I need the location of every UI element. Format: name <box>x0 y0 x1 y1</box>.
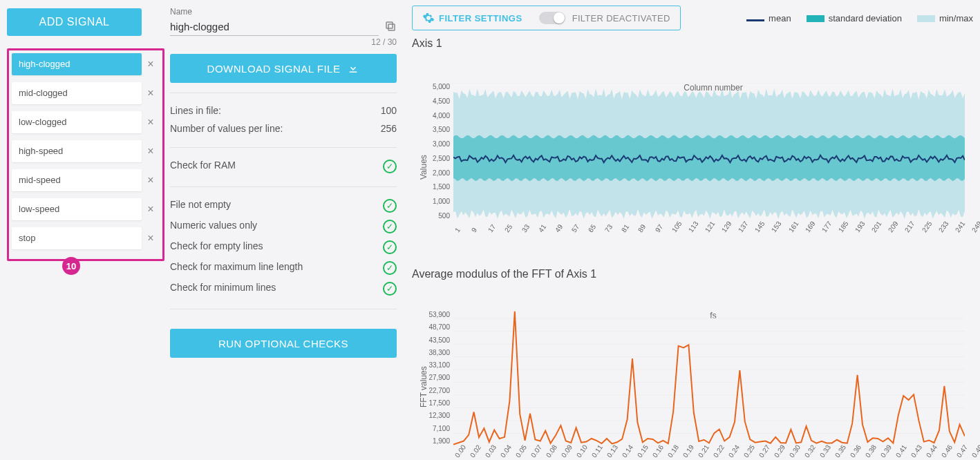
legend-minmax-label: min/max <box>939 13 973 23</box>
chart1-plot <box>453 83 965 221</box>
legend-std-label: standard deviation <box>829 13 902 23</box>
check-ok-icon: ✓ <box>383 261 397 275</box>
signal-remove-0[interactable]: × <box>142 58 160 70</box>
check-label-3: Check for maximum line length <box>170 261 303 275</box>
check-label-1: Numeric values only <box>170 220 257 233</box>
svg-rect-1 <box>386 22 393 28</box>
download-signal-button[interactable]: DOWNLOAD SIGNAL FILE <box>170 54 397 83</box>
values-per-line-label: Number of values per line: <box>170 123 283 134</box>
legend-mean-label: mean <box>769 13 791 23</box>
check-label-4: Check for minimum lines <box>170 282 276 296</box>
filter-settings-button[interactable]: FILTER SETTINGS <box>422 12 522 24</box>
signal-remove-2[interactable]: × <box>142 116 160 128</box>
check-ram-label: Check for RAM <box>170 160 236 173</box>
signal-remove-5[interactable]: × <box>142 203 160 215</box>
lines-in-file-value: 100 <box>381 105 397 116</box>
name-counter: 12 / 30 <box>170 37 397 47</box>
filter-settings-label: FILTER SETTINGS <box>439 13 522 23</box>
filter-box: FILTER SETTINGS FILTER DEACTIVATED <box>412 6 681 30</box>
legend-swatch-std <box>807 15 824 22</box>
signal-item-3[interactable]: high-speed <box>12 140 142 162</box>
add-signal-button[interactable]: ADD SIGNAL <box>7 8 142 36</box>
filter-toggle[interactable] <box>539 12 565 24</box>
check-ok-icon: ✓ <box>383 199 397 213</box>
legend-swatch-minmax <box>917 15 935 22</box>
download-label: DOWNLOAD SIGNAL FILE <box>207 63 341 75</box>
signal-list: high-clogged×mid-clogged×low-clogged×hig… <box>7 48 164 261</box>
check-label-2: Check for empty lines <box>170 240 263 254</box>
signal-remove-6[interactable]: × <box>142 232 160 245</box>
annotation-badge: 10 <box>62 257 80 275</box>
signal-item-2[interactable]: low-clogged <box>12 111 142 133</box>
signal-item-5[interactable]: low-speed <box>12 198 142 220</box>
gear-icon <box>422 12 435 24</box>
lines-in-file-label: Lines in file: <box>170 105 221 116</box>
chart-legend: mean standard deviation min/max <box>746 13 973 23</box>
check-ok-icon: ✓ <box>383 240 397 254</box>
values-per-line-value: 256 <box>381 123 397 134</box>
signal-remove-1[interactable]: × <box>142 87 160 99</box>
check-ok-icon: ✓ <box>383 282 397 296</box>
check-ok-icon: ✓ <box>383 160 397 173</box>
signal-item-4[interactable]: mid-speed <box>12 169 142 191</box>
svg-rect-0 <box>388 24 395 30</box>
signal-item-0[interactable]: high-clogged <box>12 53 142 75</box>
copy-icon[interactable] <box>384 20 397 35</box>
chart1-title: Axis 1 <box>412 37 973 50</box>
signal-item-1[interactable]: mid-clogged <box>12 82 142 104</box>
signal-name-input[interactable] <box>170 18 379 36</box>
signal-remove-4[interactable]: × <box>142 174 160 186</box>
legend-swatch-mean <box>746 19 764 21</box>
chart2-plot <box>453 311 965 446</box>
signal-remove-3[interactable]: × <box>142 145 160 157</box>
chart2-title: Average modulus of the FFT of Axis 1 <box>412 268 973 280</box>
signal-item-6[interactable]: stop <box>12 227 142 249</box>
download-icon <box>347 62 359 75</box>
check-label-0: File not empty <box>170 199 231 213</box>
name-field-label: Name <box>170 7 397 17</box>
run-optional-checks-button[interactable]: RUN OPTIONAL CHECKS <box>170 329 397 358</box>
filter-deactivated-label: FILTER DEACTIVATED <box>572 13 670 23</box>
check-ok-icon: ✓ <box>383 220 397 233</box>
